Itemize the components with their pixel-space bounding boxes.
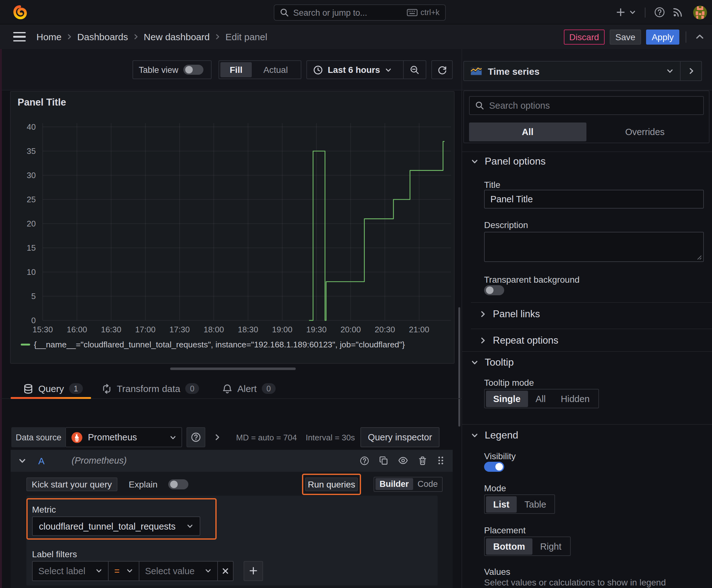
legend-mode-list[interactable]: List (486, 496, 517, 512)
chart-panel: Panel Title 051015202530354015:3016:0016… (10, 91, 455, 364)
grafana-logo-icon[interactable] (13, 5, 27, 19)
panel-links-section[interactable]: Panel links (479, 309, 540, 320)
tab-transform-data[interactable]: Transform data 0 (102, 378, 199, 399)
repeat-options-section[interactable]: Repeat options (479, 335, 559, 346)
chevron-right-icon (687, 67, 695, 75)
delete-query-icon[interactable] (418, 456, 427, 465)
query-ref-id[interactable]: A (38, 456, 45, 466)
section-tooltip[interactable]: Tooltip (471, 357, 514, 368)
select-value-dropdown[interactable]: Select value (139, 561, 218, 581)
tooltip-mode-hidden[interactable]: Hidden (553, 391, 597, 407)
breadcrumb-dashboards[interactable]: Dashboards (77, 31, 128, 42)
tab-all[interactable]: All (469, 123, 586, 141)
metric-label: Metric (32, 504, 56, 514)
query-stats: MD = auto = 704 Interval = 30s (236, 427, 355, 447)
discard-button[interactable]: Discard (563, 29, 605, 44)
main-scrollbar-thumb[interactable] (458, 307, 460, 426)
apply-button[interactable]: Apply (646, 29, 679, 44)
table-view-toggle[interactable] (184, 65, 203, 75)
help-icon (654, 7, 665, 18)
top-nav-bar: Search or jump to... ctrl+k (0, 0, 712, 24)
code-option[interactable]: Code (413, 478, 442, 490)
datasource-picker[interactable]: Prometheus (65, 427, 182, 447)
user-avatar[interactable] (693, 5, 707, 19)
prometheus-icon (71, 431, 83, 443)
drag-grip-icon[interactable] (437, 456, 445, 465)
duplicate-query-icon[interactable] (379, 456, 388, 465)
svg-text:19:30: 19:30 (306, 325, 326, 334)
dashboard-edge-strip (0, 49, 2, 588)
explain-toggle[interactable] (168, 479, 188, 489)
hide-query-icon[interactable] (398, 456, 408, 466)
add-new-button[interactable] (612, 3, 640, 22)
resize-grip-icon (697, 255, 702, 260)
transparent-background-label: Transparent background (484, 275, 580, 285)
datasource-label: Data source (11, 427, 65, 447)
remove-filter-button[interactable] (218, 561, 233, 581)
transparent-background-toggle[interactable] (484, 285, 504, 295)
datasource-name: Prometheus (88, 432, 165, 442)
run-queries-button[interactable]: Run queries (305, 477, 358, 491)
query-inspector-button[interactable]: Query inspector (360, 427, 439, 447)
breadcrumb-home[interactable]: Home (37, 31, 62, 42)
query-row-header[interactable]: A (Prometheus) (11, 450, 453, 471)
add-filter-button[interactable] (244, 561, 263, 581)
tab-query[interactable]: Query 1 (23, 378, 83, 399)
datasource-help-button[interactable] (187, 427, 205, 447)
legend-placement-right[interactable]: Right (533, 538, 569, 554)
legend-visibility-toggle[interactable] (484, 462, 504, 472)
tab-alert[interactable]: Alert 0 (222, 378, 276, 399)
chevron-down-icon[interactable] (18, 457, 26, 465)
tab-overrides[interactable]: Overrides (586, 123, 704, 141)
legend-series-label[interactable]: {__name__="cloudflared_tunnel_total_requ… (34, 340, 405, 349)
global-search-input[interactable]: Search or jump to... ctrl+k (274, 4, 446, 21)
visualization-picker[interactable]: Time series (463, 61, 681, 81)
search-options-input[interactable]: Search options (469, 96, 704, 115)
select-label-dropdown[interactable]: Select label (32, 561, 109, 581)
legend-placement-group: Bottom Right (484, 537, 570, 556)
refresh-button[interactable] (431, 60, 453, 79)
breadcrumb-new-dashboard[interactable]: New dashboard (144, 31, 210, 42)
section-panel-options[interactable]: Panel options (471, 156, 546, 167)
chevron-down-icon (629, 9, 636, 16)
legend-placement-bottom[interactable]: Bottom (486, 538, 533, 554)
tooltip-mode-all[interactable]: All (528, 391, 553, 407)
svg-text:16:00: 16:00 (67, 325, 87, 334)
visualization-suggestions-button[interactable] (681, 61, 702, 81)
legend-series-swatch[interactable] (21, 343, 30, 345)
panel-description-textarea[interactable] (484, 232, 704, 262)
collapse-header-button[interactable] (693, 32, 707, 41)
metric-select[interactable]: cloudflared_tunnel_total_requests (32, 517, 200, 536)
chevron-right-icon (132, 33, 139, 40)
operator-dropdown[interactable]: = (109, 561, 139, 581)
kick-start-query-button[interactable]: Kick start your query (26, 477, 117, 491)
panel-title-input[interactable]: Panel Title (484, 190, 704, 209)
time-range-picker[interactable]: Last 6 hours (307, 61, 403, 79)
fill-option[interactable]: Fill (220, 62, 252, 77)
timeseries-viz-icon (470, 66, 482, 76)
rss-icon (672, 7, 683, 18)
legend-mode-table[interactable]: Table (517, 496, 554, 512)
metric-value: cloudflared_tunnel_total_requests (39, 521, 187, 531)
search-icon (475, 101, 484, 110)
section-legend[interactable]: Legend (471, 430, 518, 441)
chevron-down-icon (95, 567, 102, 574)
query-help-icon[interactable] (360, 456, 369, 465)
tooltip-mode-single[interactable]: Single (486, 391, 528, 407)
zoom-out-button[interactable] (403, 61, 426, 79)
builder-option[interactable]: Builder (375, 478, 413, 490)
save-button[interactable]: Save (610, 29, 641, 44)
datasource-expand-button[interactable] (214, 427, 221, 447)
chevron-right-icon (214, 434, 221, 441)
builder-code-switch: Builder Code (373, 477, 443, 491)
breadcrumb: Home Dashboards New dashboard Edit panel (37, 31, 267, 42)
section-divider (462, 351, 712, 352)
active-tab-underline (11, 397, 91, 399)
news-button[interactable] (669, 3, 687, 22)
split-drag-handle[interactable] (170, 368, 296, 370)
query-section-tabs: Query 1 Transform data 0 Alert 0 (0, 378, 461, 399)
timeseries-chart[interactable]: 051015202530354015:3016:0016:3017:0017:3… (11, 92, 455, 364)
menu-toggle-icon[interactable] (13, 32, 26, 41)
actual-option[interactable]: Actual (252, 62, 300, 77)
help-button[interactable] (650, 3, 669, 22)
